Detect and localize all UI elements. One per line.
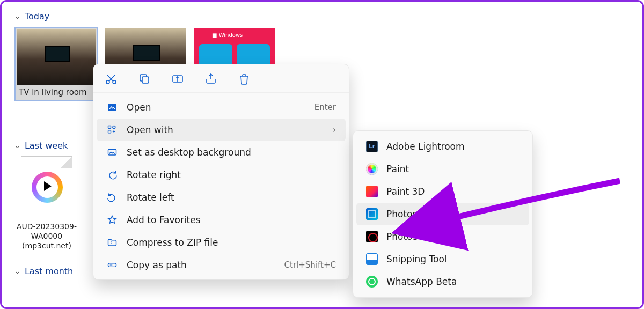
chevron-right-icon: ›	[333, 125, 336, 135]
menu-open-with[interactable]: Open with ›	[97, 119, 346, 141]
zip-icon	[106, 237, 118, 248]
group-lastweek-label: Last week	[25, 141, 68, 151]
menu-zip[interactable]: Compress to ZIP file	[97, 231, 346, 254]
app-paint-label: Paint	[386, 164, 409, 174]
chevron-down-icon: ⌄	[14, 267, 20, 275]
photos-icon	[366, 208, 378, 220]
menu-set-bg[interactable]: Set as desktop background	[97, 141, 346, 164]
audio-file[interactable]: AUD-20230309- WA0000 (mp3cut.net)	[14, 156, 79, 251]
copy-icon[interactable]	[137, 72, 151, 86]
thumbnail-image	[17, 29, 96, 85]
share-icon[interactable]	[204, 72, 218, 86]
background-icon	[106, 146, 118, 158]
image-icon	[106, 101, 118, 113]
app-paint3d-label: Paint 3D	[386, 186, 425, 197]
app-lightroom-label: Adobe Lightroom	[386, 141, 465, 152]
menu-copy-path[interactable]: Copy as path Ctrl+Shift+C	[97, 254, 346, 276]
app-photos-label: Photos	[386, 209, 417, 219]
app-snipping-label: Snipping Tool	[386, 254, 447, 264]
group-lastmonth-label: Last month	[25, 266, 73, 276]
menu-rotate-right-label: Rotate right	[127, 170, 336, 180]
menu-copy-path-hint: Ctrl+Shift+C	[284, 260, 336, 270]
file-name-line3: (mp3cut.net)	[14, 241, 79, 251]
app-lightroom[interactable]: Lr Adobe Lightroom	[356, 135, 529, 158]
delete-icon[interactable]	[237, 72, 251, 86]
menu-open-with-label: Open with	[127, 124, 324, 135]
app-whatsapp[interactable]: WhatsApp Beta	[356, 270, 529, 293]
menu-favorites-label: Add to Favorites	[127, 215, 336, 225]
thumbnail-caption: TV in living room	[16, 86, 97, 100]
group-today-label: Today	[25, 11, 49, 21]
app-snipping[interactable]: Snipping Tool	[356, 248, 529, 270]
menu-favorites[interactable]: Add to Favorites	[97, 209, 346, 231]
rotate-left-icon	[106, 192, 118, 203]
svg-rect-6	[108, 130, 111, 133]
menu-open-label: Open	[127, 102, 306, 113]
menu-copy-path-label: Copy as path	[127, 260, 276, 270]
snipping-icon	[366, 253, 378, 265]
svg-rect-9	[108, 263, 116, 267]
whatsapp-icon	[366, 276, 378, 288]
menu-rotate-left[interactable]: Rotate left	[97, 186, 346, 209]
rotate-right-icon	[106, 169, 118, 181]
menu-set-bg-label: Set as desktop background	[127, 147, 336, 158]
app-whatsapp-label: WhatsApp Beta	[386, 276, 457, 287]
thumbnail-tv-living-room[interactable]: TV in living room	[14, 27, 98, 101]
svg-point-7	[113, 126, 115, 129]
svg-rect-2	[142, 77, 149, 83]
lightroom-icon: Lr	[366, 141, 378, 152]
file-name-line1: AUD-20230309-	[14, 222, 79, 231]
menu-rotate-left-label: Rotate left	[127, 192, 336, 203]
group-today[interactable]: ⌄ Today	[14, 11, 630, 21]
menu-rotate-right[interactable]: Rotate right	[97, 164, 346, 186]
star-icon	[106, 214, 118, 226]
chevron-down-icon: ⌄	[14, 142, 20, 150]
context-menu: Open Enter Open with › Set as desktop ba…	[93, 64, 349, 280]
cut-icon[interactable]	[104, 72, 118, 86]
file-icon	[21, 156, 72, 218]
menu-open[interactable]: Open Enter	[97, 96, 346, 119]
chevron-down-icon: ⌄	[14, 12, 20, 20]
file-name-line2: WA0000	[14, 231, 79, 241]
annotation-arrow	[427, 176, 631, 238]
rename-icon[interactable]	[171, 72, 185, 86]
paint-icon	[366, 163, 378, 175]
path-icon	[106, 259, 118, 271]
photoscape-icon	[366, 231, 378, 242]
svg-rect-5	[108, 126, 111, 129]
open-with-icon	[106, 124, 118, 136]
menu-open-hint: Enter	[314, 102, 336, 112]
svg-rect-8	[108, 149, 116, 155]
menu-zip-label: Compress to ZIP file	[127, 237, 336, 248]
paint3d-icon	[366, 186, 378, 197]
svg-point-0	[106, 80, 109, 84]
svg-point-1	[113, 80, 116, 84]
